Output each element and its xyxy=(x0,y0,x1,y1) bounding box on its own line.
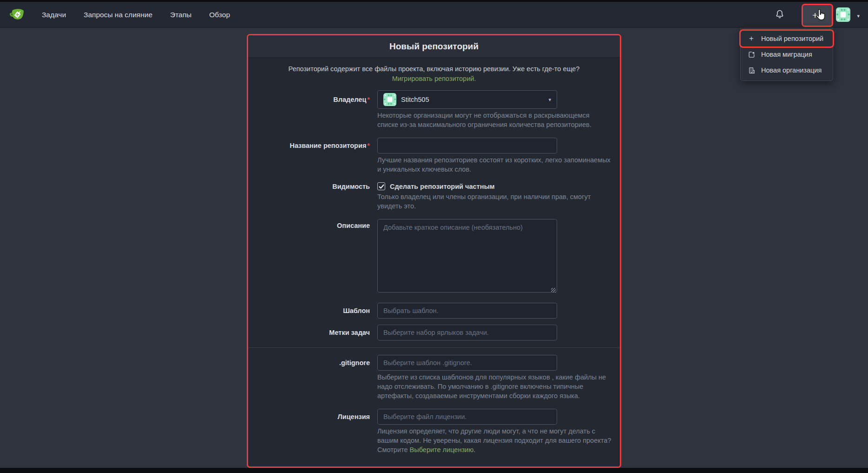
owner-label-text: Владелец xyxy=(333,96,366,103)
notifications-bell-icon[interactable] xyxy=(774,9,785,22)
menu-item-new-migration[interactable]: Новая миграция xyxy=(741,47,833,62)
owner-value: Stitch505 xyxy=(401,96,544,103)
gitignore-input[interactable] xyxy=(377,355,557,371)
user-menu-caret-icon[interactable]: ▾ xyxy=(857,13,860,19)
choose-license-link[interactable]: Выберите лицензию. xyxy=(410,446,475,453)
required-asterisk: * xyxy=(367,142,370,149)
license-label: Лицензия xyxy=(248,409,370,454)
gitignore-row: .gitignore Выберите из списка шаблонов д… xyxy=(248,355,620,400)
nav-item-milestones[interactable]: Этапы xyxy=(170,11,191,19)
required-asterisk: * xyxy=(367,96,370,103)
check-icon xyxy=(379,184,384,189)
menu-item-new-organization[interactable]: Новая организация xyxy=(741,62,833,78)
repo-name-label: Название репозитория* xyxy=(248,138,370,174)
private-checkbox-label[interactable]: Сделать репозиторий частным xyxy=(390,183,495,190)
visibility-row: Видимость Сделать репозиторий частным То… xyxy=(248,182,620,211)
template-row: Шаблон xyxy=(248,303,620,319)
owner-help-text: Некоторые организации могут не отображат… xyxy=(377,111,612,129)
chevron-down-icon: ▾ xyxy=(820,13,822,20)
gitignore-label: .gitignore xyxy=(248,355,370,400)
create-new-button[interactable]: + ▾ xyxy=(803,5,832,26)
gitea-logo-icon[interactable] xyxy=(8,6,26,24)
nav-item-issues[interactable]: Задачи xyxy=(42,11,66,19)
user-avatar[interactable] xyxy=(836,7,850,22)
top-navbar: Задачи Запросы на слияние Этапы Обзор + … xyxy=(0,2,868,28)
repo-name-row: Название репозитория* Лучшие названия ре… xyxy=(248,138,620,174)
owner-label: Владелец* xyxy=(248,90,370,129)
description-textarea[interactable] xyxy=(377,219,557,293)
issue-labels-input[interactable] xyxy=(377,325,557,340)
issue-labels-label: Метки задач xyxy=(248,325,370,340)
nav-item-pull-requests[interactable]: Запросы на слияние xyxy=(84,11,152,19)
chevron-down-icon: ▾ xyxy=(548,97,551,103)
template-label: Шаблон xyxy=(248,303,370,319)
form-intro-text: Репозиторий содержит все файлы проекта, … xyxy=(269,64,599,84)
repo-name-input[interactable] xyxy=(377,138,557,153)
owner-select[interactable]: Stitch505 ▾ xyxy=(377,90,557,109)
window-bottom-edge xyxy=(0,468,868,473)
description-row: Описание xyxy=(248,219,620,294)
menu-item-label: Новый репозиторий xyxy=(761,35,823,42)
migrate-repository-link[interactable]: Мигрировать репозиторий. xyxy=(392,75,476,82)
create-dropdown-menu: + Новый репозиторий Новая миграция Новая… xyxy=(740,28,833,81)
owner-avatar xyxy=(383,93,396,106)
plus-icon: + xyxy=(747,34,756,43)
license-help-text: Лицензия определяет, что другие люди мог… xyxy=(377,426,612,454)
visibility-label: Видимость xyxy=(248,182,370,211)
issue-labels-row: Метки задач xyxy=(248,325,620,340)
menu-item-label: Новая организация xyxy=(761,67,822,74)
visibility-help-text: Только владелец или члены организации, п… xyxy=(377,192,612,211)
owner-row: Владелец* xyxy=(248,90,620,129)
repo-name-label-text: Название репозитория xyxy=(289,142,366,149)
page-title: Новый репозиторий xyxy=(389,41,479,52)
license-row: Лицензия Лицензия определяет, что другие… xyxy=(248,409,620,454)
plus-icon: + xyxy=(812,10,818,21)
nav-links: Задачи Запросы на слияние Этапы Обзор xyxy=(42,11,230,19)
intro-text: Репозиторий содержит все файлы проекта, … xyxy=(289,65,580,73)
new-repository-panel: Новый репозиторий Репозиторий содержит в… xyxy=(247,34,621,468)
organization-icon xyxy=(747,67,756,74)
nav-item-explore[interactable]: Обзор xyxy=(209,11,230,19)
section-divider xyxy=(248,347,620,348)
migrate-icon xyxy=(747,51,756,59)
template-input[interactable] xyxy=(377,303,557,319)
panel-body: Репозиторий содержит все файлы проекта, … xyxy=(248,58,620,454)
menu-item-new-repository[interactable]: + Новый репозиторий xyxy=(741,31,833,47)
private-checkbox[interactable] xyxy=(377,182,385,190)
repo-name-help-text: Лучшие названия репозиториев состоят из … xyxy=(377,155,612,174)
description-label: Описание xyxy=(248,219,370,294)
panel-header: Новый репозиторий xyxy=(248,35,620,58)
license-input[interactable] xyxy=(377,409,557,425)
menu-item-label: Новая миграция xyxy=(761,51,812,58)
window-top-edge xyxy=(0,0,868,2)
gitignore-help-text: Выберите из списка шаблонов для популярн… xyxy=(377,373,612,400)
